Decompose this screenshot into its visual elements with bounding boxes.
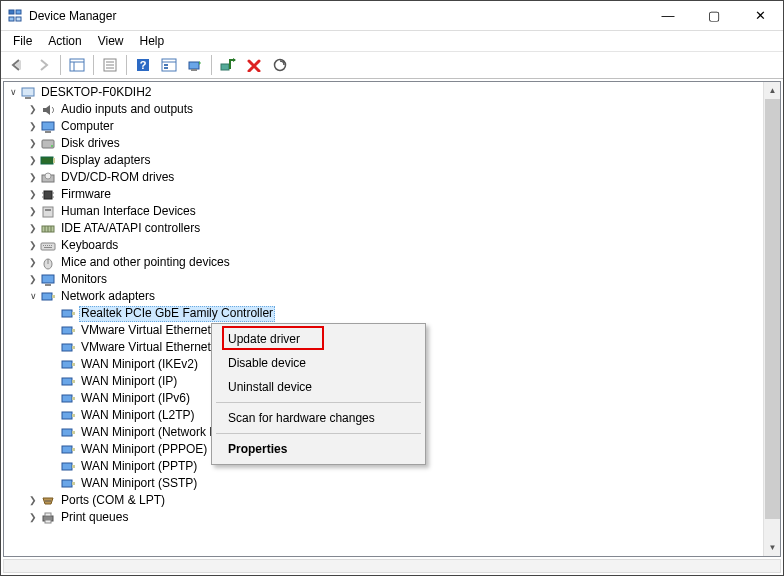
tree-item-adapter[interactable]: WAN Miniport (SSTP) xyxy=(46,475,763,492)
tree-item-ports[interactable]: ❯ Ports (COM & LPT) xyxy=(26,492,763,509)
toolbar-separator xyxy=(211,55,212,75)
tree-item-dvd[interactable]: ❯ DVD/CD-ROM drives xyxy=(26,169,763,186)
back-button[interactable] xyxy=(6,53,30,77)
tree-item-print[interactable]: ❯ Print queues xyxy=(26,509,763,526)
expand-icon[interactable]: ❯ xyxy=(26,254,40,271)
tree-item-computer[interactable]: ❯ Computer xyxy=(26,118,763,135)
svg-rect-16 xyxy=(164,67,168,69)
update-driver-button[interactable] xyxy=(183,53,207,77)
svg-rect-55 xyxy=(42,293,52,300)
title-bar: Device Manager — ▢ ✕ xyxy=(1,1,783,31)
svg-rect-26 xyxy=(45,131,51,133)
menu-view[interactable]: View xyxy=(90,32,132,50)
port-icon xyxy=(40,493,56,509)
svg-rect-39 xyxy=(45,209,51,211)
show-hide-tree-button[interactable] xyxy=(65,53,89,77)
svg-marker-20 xyxy=(233,58,236,62)
expand-icon[interactable]: ❯ xyxy=(26,220,40,237)
tree-item-disk[interactable]: ❯ Disk drives xyxy=(26,135,763,152)
ctx-scan-hardware[interactable]: Scan for hardware changes xyxy=(214,406,423,430)
tree-label: Realtek PCIe GbE Family Controller xyxy=(79,306,275,322)
hid-icon xyxy=(40,204,56,220)
svg-rect-54 xyxy=(45,284,51,286)
tree-label: WAN Miniport (L2TP) xyxy=(79,407,197,424)
maximize-button[interactable]: ▢ xyxy=(691,1,737,30)
close-button[interactable]: ✕ xyxy=(737,1,783,30)
tree-label: VMware Virtual Ethernet xyxy=(79,322,213,339)
scan-hardware-button[interactable] xyxy=(268,53,292,77)
collapse-icon[interactable]: ∨ xyxy=(26,288,40,305)
svg-rect-78 xyxy=(72,482,75,485)
toolbar-separator xyxy=(93,55,94,75)
tree-label: Network adapters xyxy=(59,288,157,305)
disk-icon xyxy=(40,136,56,152)
expand-icon[interactable]: ❯ xyxy=(26,118,40,135)
scroll-down-button[interactable]: ▼ xyxy=(764,539,781,556)
menu-bar: File Action View Help xyxy=(1,31,783,51)
ctx-uninstall-device[interactable]: Uninstall device xyxy=(214,375,423,399)
expand-icon[interactable]: ❯ xyxy=(26,237,40,254)
svg-rect-38 xyxy=(43,207,53,217)
ctx-properties[interactable]: Properties xyxy=(214,437,423,461)
tree-item-network[interactable]: ∨ Network adapters xyxy=(26,288,763,305)
forward-button[interactable] xyxy=(32,53,56,77)
svg-rect-56 xyxy=(52,295,55,298)
status-bar xyxy=(3,559,781,573)
enable-device-button[interactable] xyxy=(216,53,240,77)
tree-item-ide[interactable]: ❯ IDE ATA/ATAPI controllers xyxy=(26,220,763,237)
tree-label: Computer xyxy=(59,118,116,135)
action-list-button[interactable] xyxy=(157,53,181,77)
network-icon xyxy=(40,289,56,305)
help-button[interactable]: ? xyxy=(131,53,155,77)
svg-rect-61 xyxy=(62,344,72,351)
collapse-icon[interactable]: ∨ xyxy=(6,84,20,101)
svg-rect-57 xyxy=(62,310,72,317)
tree-item-mice[interactable]: ❯ Mice and other pointing devices xyxy=(26,254,763,271)
expand-icon[interactable]: ❯ xyxy=(26,203,40,220)
mouse-icon xyxy=(40,255,56,271)
tree-item-display[interactable]: ❯ Display adapters xyxy=(26,152,763,169)
expand-icon[interactable]: ❯ xyxy=(26,492,40,509)
svg-rect-50 xyxy=(44,247,52,248)
expand-icon[interactable]: ❯ xyxy=(26,101,40,118)
menu-action[interactable]: Action xyxy=(40,32,89,50)
device-tree[interactable]: ∨ DESKTOP-F0KDIH2 ❯ Audio inputs and out… xyxy=(4,82,763,556)
tree-item-hid[interactable]: ❯ Human Interface Devices xyxy=(26,203,763,220)
svg-rect-49 xyxy=(51,245,52,246)
uninstall-device-button[interactable] xyxy=(242,53,266,77)
tree-item-adapter[interactable]: Realtek PCIe GbE Family Controller xyxy=(46,305,763,322)
expand-icon[interactable]: ❯ xyxy=(26,271,40,288)
expand-icon[interactable]: ❯ xyxy=(26,186,40,203)
app-icon xyxy=(7,8,23,24)
ctx-update-driver[interactable]: Update driver xyxy=(214,327,423,351)
tree-item-audio[interactable]: ❯ Audio inputs and outputs xyxy=(26,101,763,118)
tree-item-keyboards[interactable]: ❯ Keyboards xyxy=(26,237,763,254)
expand-icon[interactable]: ❯ xyxy=(26,509,40,526)
expand-icon[interactable]: ❯ xyxy=(26,152,40,169)
svg-rect-71 xyxy=(62,429,72,436)
minimize-button[interactable]: — xyxy=(645,1,691,30)
scroll-thumb[interactable] xyxy=(765,99,780,519)
svg-rect-0 xyxy=(9,10,14,14)
svg-rect-46 xyxy=(45,245,46,246)
context-menu: Update driver Disable device Uninstall d… xyxy=(211,323,426,465)
expand-icon[interactable]: ❯ xyxy=(26,169,40,186)
svg-rect-76 xyxy=(72,465,75,468)
svg-point-81 xyxy=(49,500,51,502)
tree-root-row[interactable]: ∨ DESKTOP-F0KDIH2 xyxy=(6,84,763,101)
svg-rect-4 xyxy=(70,59,84,71)
svg-rect-15 xyxy=(164,64,168,66)
tree-item-firmware[interactable]: ❯ Firmware xyxy=(26,186,763,203)
toolbar-separator xyxy=(126,55,127,75)
svg-rect-44 xyxy=(41,243,55,250)
expand-icon[interactable]: ❯ xyxy=(26,135,40,152)
network-adapter-icon xyxy=(60,374,76,390)
tree-item-monitors[interactable]: ❯ Monitors xyxy=(26,271,763,288)
scroll-up-button[interactable]: ▲ xyxy=(764,82,781,99)
properties-button[interactable] xyxy=(98,53,122,77)
vertical-scrollbar[interactable]: ▲ ▼ xyxy=(763,82,780,556)
ctx-disable-device[interactable]: Disable device xyxy=(214,351,423,375)
tree-label: WAN Miniport (PPPOE) xyxy=(79,441,209,458)
menu-help[interactable]: Help xyxy=(132,32,173,50)
menu-file[interactable]: File xyxy=(5,32,40,50)
